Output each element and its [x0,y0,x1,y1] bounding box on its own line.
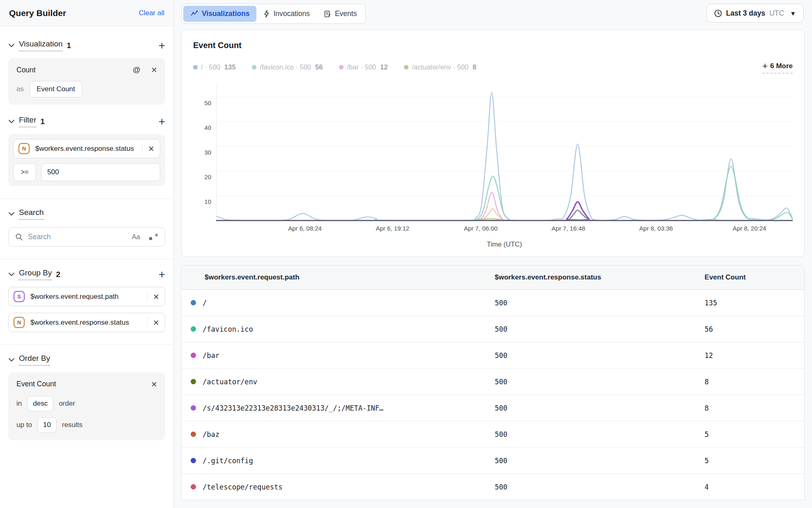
chart-plot[interactable] [216,79,793,223]
search-input[interactable] [28,233,128,241]
cell-count: 5 [705,430,804,439]
x-tick-label: Apr 6, 08:24 [288,225,322,232]
legend-more-button[interactable]: + 6 More [762,61,793,74]
legend-item[interactable]: /bar · 50012 [339,63,388,71]
table-row[interactable]: /telescope/requests5004 [182,474,804,500]
filter-field-name: $workers.event.response.status [35,145,142,153]
cell-path: /.git/config [203,457,253,465]
add-groupby-button[interactable]: + [159,269,165,280]
series-color-dot [191,484,196,490]
line-chart-icon [190,10,198,17]
x-axis-title: Time (UTC) [193,240,793,248]
section-search-header: Search [8,208,165,220]
cell-count: 4 [705,483,804,491]
chart-series-line [216,166,793,221]
groupby-field-input[interactable]: S $workers.event.request.path × [8,287,165,306]
section-search-label[interactable]: Search [19,208,44,220]
plus-icon: + [762,61,768,72]
y-tick-label: 40 [204,124,211,131]
at-sign-icon[interactable]: @ [133,65,141,74]
remove-groupby-button[interactable]: × [147,292,165,301]
x-axis: Apr 6, 08:24Apr 6, 19:12Apr 7, 06:00Apr … [193,225,793,235]
tab-visualizations[interactable]: Visualizations [183,6,256,22]
remove-orderby-button[interactable]: × [151,380,157,388]
column-header-path[interactable]: $workers.event.request.path [182,266,495,289]
remove-visualization-button[interactable]: × [151,66,157,74]
orderby-field: Event Count [16,380,56,388]
chart-card: Event Count / · 500135/favicon.ico · 500… [181,30,805,257]
number-type-icon: N [18,143,30,154]
table-row[interactable]: /.git/config5005 [182,448,804,474]
section-orderby-label[interactable]: Order By [19,354,50,366]
chevron-down-icon[interactable] [8,42,15,49]
regex-icon[interactable]: * [149,233,158,241]
cell-path: /telescope/requests [203,483,282,491]
x-tick-label: Apr 8, 20:24 [733,225,766,232]
legend-item[interactable]: /actuator/env · 5008 [404,63,476,71]
cell-status: 500 [495,299,705,307]
limit-input[interactable]: 10 [37,417,57,433]
chevron-down-icon[interactable] [8,211,15,217]
chevron-down-icon[interactable] [8,271,15,278]
app-root: Query Builder Clear all Visualization 1 … [0,0,812,508]
legend-item[interactable]: / · 500135 [193,63,235,71]
section-visualization-label[interactable]: Visualization [19,39,62,51]
remove-groupby-button[interactable]: × [147,318,165,327]
series-color-dot [191,353,196,358]
cell-status: 500 [495,351,705,360]
table-row[interactable]: /bar50012 [182,342,804,369]
series-color-dot [191,326,196,332]
query-builder-sidebar: Query Builder Clear all Visualization 1 … [0,0,174,508]
table-row[interactable]: /500135 [182,290,804,316]
table-row[interactable]: /actuator/env5008 [182,369,804,395]
tab-events[interactable]: Events [317,6,364,22]
filter-value-input[interactable] [41,163,160,181]
filter-field-input[interactable]: N $workers.event.response.status × [13,139,160,158]
results-label: results [62,421,83,429]
chevron-down-icon[interactable] [8,118,15,125]
search-box[interactable]: Aa * [8,227,165,247]
table-row[interactable]: /favicon.ico50056 [182,316,804,342]
filter-operator-select[interactable]: >= [13,163,36,181]
tab-invocations[interactable]: Invocations [256,6,317,22]
content-scroll[interactable]: Event Count / · 500135/favicon.ico · 500… [174,24,812,500]
alias-field[interactable]: Event Count [30,81,82,97]
string-type-icon: S [14,291,25,302]
chevron-down-icon[interactable] [8,357,15,363]
match-case-icon[interactable]: Aa [132,233,140,241]
sidebar-body: Visualization 1 + Count @ × as Event Cou… [0,26,173,448]
filter-card: N $workers.event.response.status × >= [8,134,165,186]
series-color-dot [193,65,198,69]
series-color-dot [191,432,196,437]
table-row[interactable]: /baz5005 [182,421,804,448]
series-color-dot [191,405,196,411]
y-axis: 1020304050 [193,79,216,223]
cell-path: / [203,299,207,307]
legend-item[interactable]: /favicon.ico · 50056 [252,63,323,71]
column-header-count[interactable]: Event Count [705,266,804,289]
visualization-card: Count @ × as Event Count [8,58,165,105]
y-tick-label: 50 [204,99,211,106]
groupby-field-input[interactable]: N $workers.event.response.status × [8,313,165,332]
direction-select[interactable]: desc [27,396,53,411]
section-filter-label[interactable]: Filter [19,115,36,127]
cell-path: /baz [203,430,219,439]
cell-path: /favicon.ico [203,325,253,333]
add-visualization-button[interactable]: + [159,40,165,51]
cell-status: 500 [495,404,705,412]
sidebar-header: Query Builder Clear all [0,0,173,26]
time-range-button[interactable]: Last 3 days UTC ▼ [706,4,804,23]
clear-all-link[interactable]: Clear all [139,9,164,17]
column-header-status[interactable]: $workers.event.response.status [495,266,705,289]
bolt-icon [263,10,270,18]
add-filter-button[interactable]: + [159,116,165,127]
groupby-field-name: $workers.event.request.path [30,293,147,301]
chart-svg [216,79,793,222]
table-row[interactable]: /s/432313e22313e28313e2430313/_/;/META-I… [182,395,804,421]
section-groupby-label[interactable]: Group By [19,268,52,280]
filter-count: 1 [40,117,45,126]
main-area: VisualizationsInvocationsEvents Last 3 d… [174,0,812,508]
chart-series-line [216,192,793,221]
events-icon [324,10,331,18]
remove-filter-button[interactable]: × [142,144,160,153]
